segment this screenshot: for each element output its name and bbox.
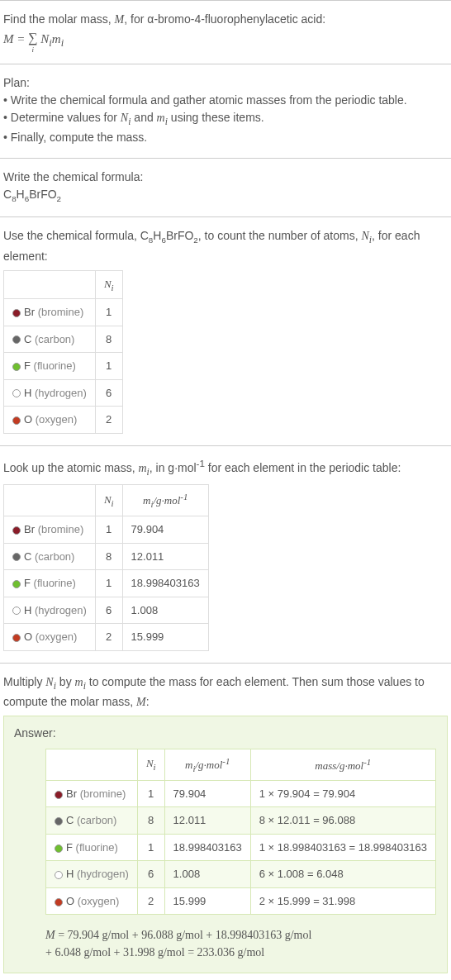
element-swatch-icon	[12, 363, 21, 371]
element-symbol: C	[66, 814, 74, 826]
table-row: F (fluorine)118.998403163	[4, 570, 209, 597]
element-name: (carbon)	[35, 333, 74, 345]
m-value: 15.999	[122, 624, 208, 651]
element-cell: F (fluorine)	[46, 834, 138, 861]
step-count-intro: Use the chemical formula, C8H6BrFO2, to …	[3, 227, 448, 264]
element-symbol: F	[24, 359, 31, 372]
element-swatch-icon	[12, 580, 21, 588]
element-swatch-icon	[12, 634, 21, 642]
element-name: (carbon)	[77, 814, 116, 826]
element-name: (hydrogen)	[77, 868, 129, 880]
element-symbol: O	[66, 895, 74, 907]
final-calc: M = 79.904 g/mol + 96.088 g/mol + 18.998…	[45, 926, 437, 961]
m-value: 18.998403163	[122, 570, 208, 597]
element-symbol: H	[66, 868, 74, 880]
element-symbol: Br	[66, 787, 77, 800]
step-atomic-mass: Look up the atomic mass, mi, in g·mol-1 …	[0, 445, 451, 663]
table-row: O (oxygen)215.9992 × 15.999 = 31.998	[46, 887, 436, 915]
m-value: 79.904	[164, 780, 250, 807]
final-line2: + 6.048 g/mol + 31.998 g/mol = 233.036 g…	[45, 946, 264, 959]
col-m: mi/g·mol-1	[164, 749, 250, 780]
m-value: 12.011	[122, 543, 208, 570]
element-symbol: O	[24, 413, 32, 426]
element-cell: F (fluorine)	[4, 353, 96, 380]
plan-line: • Determine values for Ni and mi using t…	[3, 109, 448, 129]
step-multiply-intro: Multiply Ni by mi to compute the mass fo…	[3, 673, 448, 711]
N-value: 8	[95, 326, 122, 353]
molar-mass-formula: M = ∑i Nimi	[3, 28, 448, 52]
var-M: M	[115, 13, 125, 26]
element-name: (oxygen)	[36, 630, 78, 643]
m-value: 12.011	[164, 807, 250, 835]
table-row: C (carbon)812.0118 × 12.011 = 96.088	[46, 807, 436, 835]
table-row: O (oxygen)2	[4, 407, 123, 434]
element-swatch-icon	[12, 416, 21, 425]
table-row: F (fluorine)118.9984031631 × 18.99840316…	[46, 834, 436, 861]
element-name: (carbon)	[35, 550, 74, 563]
element-swatch-icon	[12, 526, 21, 535]
element-name: (bromine)	[38, 306, 84, 318]
answer-label: Answer:	[14, 725, 437, 742]
element-symbol: C	[24, 550, 31, 563]
plan-section: Plan: • Write the chemical formula and g…	[0, 64, 451, 158]
step-count-atoms: Use the chemical formula, C8H6BrFO2, to …	[0, 216, 451, 445]
element-symbol: Br	[24, 523, 35, 535]
N-value: 8	[95, 543, 122, 570]
table-row: Br (bromine)1	[4, 299, 123, 326]
element-name: (fluorine)	[34, 577, 76, 589]
element-cell: C (carbon)	[4, 543, 96, 570]
element-cell: C (carbon)	[4, 326, 96, 353]
col-m: mi/g·mol-1	[122, 484, 208, 516]
col-N: Ni	[95, 484, 122, 516]
final-line1: = 79.904 g/mol + 96.088 g/mol + 18.99840…	[58, 929, 311, 941]
inline-formula: C8H6BrFO2	[140, 229, 198, 242]
N-value: 1	[95, 570, 122, 597]
N-value: 6	[95, 597, 122, 624]
col-N: Ni	[95, 270, 122, 299]
N-value: 1	[95, 353, 122, 380]
element-swatch-icon	[12, 553, 21, 561]
element-name: (fluorine)	[34, 359, 76, 372]
element-swatch-icon	[55, 871, 63, 879]
table-row: Br (bromine)179.904	[4, 516, 209, 544]
element-cell: Br (bromine)	[4, 516, 96, 544]
plan-title: Plan:	[3, 74, 448, 92]
problem-for: , for α-bromo-4-fluorophenylacetic acid:	[124, 12, 325, 26]
N-value: 1	[137, 780, 164, 807]
step-mass-intro: Look up the atomic mass, mi, in g·mol-1 …	[3, 456, 448, 479]
chemical-formula: C8H6BrFO2	[3, 186, 448, 205]
element-name: (hydrogen)	[35, 387, 87, 399]
table-row: Br (bromine)179.9041 × 79.904 = 79.904	[46, 780, 436, 807]
table-row: C (carbon)8	[4, 326, 123, 353]
table-row: F (fluorine)1	[4, 353, 123, 380]
element-cell: F (fluorine)	[4, 570, 96, 597]
element-swatch-icon	[12, 389, 21, 397]
element-cell: O (oxygen)	[46, 887, 138, 915]
step-chemical-formula: Write the chemical formula: C8H6BrFO2	[0, 158, 451, 216]
element-name: (fluorine)	[76, 841, 118, 854]
mass-calc: 1 × 18.998403163 = 18.998403163	[250, 834, 435, 861]
table-row: H (hydrogen)6	[4, 379, 123, 407]
element-cell: O (oxygen)	[4, 624, 96, 651]
element-name: (hydrogen)	[35, 604, 87, 616]
N-value: 1	[95, 299, 122, 326]
step-title: Write the chemical formula:	[3, 169, 448, 186]
element-swatch-icon	[12, 335, 21, 344]
m-value: 79.904	[122, 516, 208, 544]
element-name: (bromine)	[80, 787, 126, 800]
plan-line: • Finally, compute the mass.	[3, 129, 448, 146]
step-multiply: Multiply Ni by mi to compute the mass fo…	[0, 663, 451, 980]
element-cell: H (hydrogen)	[4, 597, 96, 624]
table-row: O (oxygen)215.999	[4, 624, 209, 651]
plan-line: • Write the chemical formula and gather …	[3, 92, 448, 109]
mass-calc: 1 × 79.904 = 79.904	[250, 780, 435, 807]
N-value: 6	[95, 379, 122, 407]
result-table: Ni mi/g·mol-1 mass/g·mol-1 Br (bromine)1…	[45, 749, 436, 916]
m-value: 1.008	[122, 597, 208, 624]
col-N: Ni	[137, 749, 164, 780]
atomic-mass-table: Ni mi/g·mol-1 Br (bromine)179.904C (carb…	[3, 484, 209, 651]
element-symbol: O	[24, 630, 32, 643]
element-name: (oxygen)	[78, 895, 120, 907]
col-mass: mass/g·mol-1	[250, 749, 435, 780]
element-swatch-icon	[55, 844, 63, 853]
